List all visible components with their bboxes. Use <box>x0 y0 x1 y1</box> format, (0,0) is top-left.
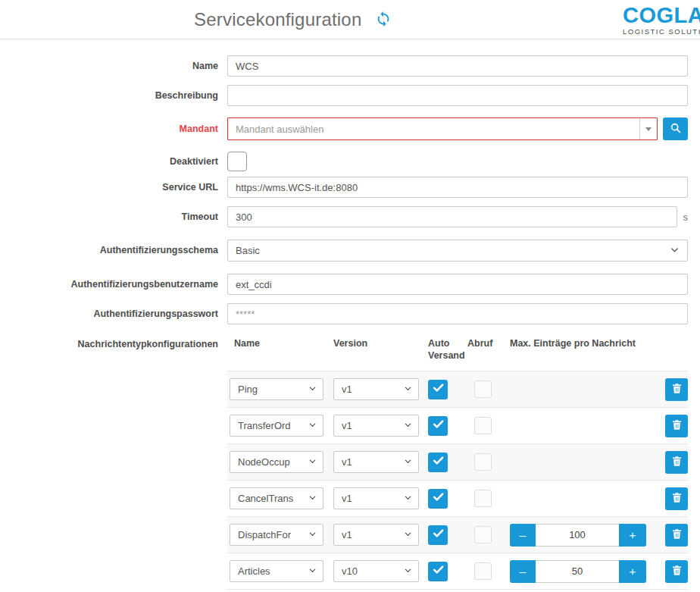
timeout-label: Timeout <box>0 211 218 223</box>
auto-versand-checkbox[interactable] <box>428 453 448 472</box>
beschreibung-label: Beschreibung <box>0 90 218 102</box>
auth-user-input[interactable] <box>227 274 688 295</box>
mandant-label: Mandant <box>0 124 218 135</box>
page-header: Servicekonfiguration COGLAS LOGISTIC SOL… <box>0 0 700 39</box>
message-type-row: DispatchFor v1 <box>227 516 688 553</box>
checkmark-icon <box>432 527 445 543</box>
message-types-label: Nachrichtentypkonfigurationen <box>0 337 218 350</box>
chevron-down-icon <box>308 529 317 540</box>
mandant-select[interactable]: Mandant auswählen <box>227 117 658 140</box>
message-types-row: Nachrichtentypkonfigurationen Name Versi… <box>0 337 700 590</box>
auto-versand-checkbox[interactable] <box>428 380 448 399</box>
chevron-down-icon <box>308 456 317 468</box>
decrement-button[interactable]: – <box>510 560 536 583</box>
chevron-down-icon <box>404 565 412 577</box>
page-title: Servicekonfiguration <box>194 9 361 30</box>
increment-button[interactable]: + <box>619 560 646 583</box>
chevron-down-icon <box>308 384 317 395</box>
column-header-auto-versand: Auto Versand <box>428 337 467 362</box>
chevron-down-icon <box>670 245 680 257</box>
auth-schema-label: Authentifizierungsschema <box>0 245 218 256</box>
auto-versand-checkbox[interactable] <box>428 416 448 436</box>
name-label: Name <box>0 61 218 72</box>
deaktiviert-row: Deaktiviert <box>0 152 700 171</box>
auto-versand-checkbox[interactable] <box>428 562 448 581</box>
message-type-row: TransferOrd v1 <box>227 407 688 443</box>
max-entries-stepper: – + <box>510 524 646 547</box>
abruf-checkbox[interactable] <box>474 381 492 398</box>
auth-pass-input[interactable] <box>227 303 688 324</box>
auto-versand-checkbox[interactable] <box>428 489 448 509</box>
abruf-checkbox[interactable] <box>474 453 492 471</box>
message-type-row: NodeOccup v1 <box>227 443 688 480</box>
deaktiviert-checkbox[interactable] <box>227 152 247 171</box>
column-header-version: Version <box>333 337 428 349</box>
column-header-max-entries: Max. Einträge pro Nachricht <box>510 337 661 349</box>
auth-schema-select[interactable]: Basic <box>227 240 688 262</box>
message-name-select[interactable]: CancelTrans <box>230 487 323 509</box>
message-name-select[interactable]: TransferOrd <box>230 415 323 437</box>
message-name-select[interactable]: Ping <box>230 378 323 400</box>
chevron-down-icon <box>404 493 412 504</box>
message-type-row: Ping v1 <box>227 371 688 407</box>
message-version-select[interactable]: v1 <box>333 487 419 509</box>
mandant-row: Mandant Mandant auswählen <box>0 117 700 140</box>
chevron-down-icon <box>308 420 317 431</box>
delete-row-button[interactable] <box>665 378 688 401</box>
decrement-button[interactable]: – <box>510 524 536 547</box>
service-url-label: Service URL <box>0 182 218 193</box>
service-url-input[interactable] <box>227 177 688 198</box>
max-entries-input[interactable] <box>536 524 619 547</box>
auth-user-label: Authentifizierungsbenutzername <box>0 279 218 290</box>
logo-brand-text: COGLAS <box>623 4 700 27</box>
message-name-select[interactable]: Articles <box>230 560 323 582</box>
delete-row-button[interactable] <box>665 524 688 547</box>
trash-icon <box>671 565 683 578</box>
auto-versand-checkbox[interactable] <box>428 525 448 545</box>
delete-row-button[interactable] <box>665 560 688 583</box>
mandant-dropdown-toggle[interactable] <box>639 118 657 139</box>
trash-icon <box>671 419 683 433</box>
chevron-down-icon <box>308 493 317 504</box>
mandant-search-button[interactable] <box>663 117 688 140</box>
delete-row-button[interactable] <box>665 415 688 437</box>
message-version-select[interactable]: v1 <box>333 524 419 546</box>
auth-pass-row: Authentifizierungspasswort <box>0 303 700 324</box>
message-version-select[interactable]: v10 <box>333 560 419 582</box>
message-type-row: Articles v10 <box>227 553 688 589</box>
chevron-down-icon <box>404 456 412 468</box>
chevron-down-icon <box>404 529 412 540</box>
message-types-header: Name Version Auto Versand Abruf Max. Ein… <box>227 337 688 371</box>
abruf-checkbox[interactable] <box>474 490 492 507</box>
abruf-checkbox[interactable] <box>474 526 492 543</box>
name-input[interactable] <box>227 55 688 77</box>
timeout-unit: s <box>683 211 689 223</box>
message-version-select[interactable]: v1 <box>333 415 419 437</box>
checkmark-icon <box>432 563 445 579</box>
auth-schema-value: Basic <box>236 245 260 256</box>
checkmark-icon <box>432 418 445 434</box>
column-header-abruf: Abruf <box>467 337 510 349</box>
logo-tagline-text: LOGISTIC SOLUTIONS <box>623 27 700 36</box>
column-header-name: Name <box>227 337 333 349</box>
auth-user-row: Authentifizierungsbenutzername <box>0 274 700 295</box>
max-entries-input[interactable] <box>536 560 619 583</box>
deaktiviert-label: Deaktiviert <box>0 156 218 168</box>
refresh-button[interactable] <box>375 11 392 30</box>
message-version-select[interactable]: v1 <box>333 451 419 473</box>
delete-row-button[interactable] <box>665 451 688 474</box>
message-name-select[interactable]: DispatchFor <box>230 524 323 546</box>
mandant-placeholder: Mandant auswählen <box>228 118 639 139</box>
beschreibung-input[interactable] <box>227 85 688 106</box>
auth-pass-label: Authentifizierungspasswort <box>0 309 218 320</box>
trash-icon <box>671 528 683 542</box>
increment-button[interactable]: + <box>619 524 646 547</box>
timeout-row: Timeout s <box>0 206 700 227</box>
delete-row-button[interactable] <box>665 487 688 510</box>
abruf-checkbox[interactable] <box>474 562 492 580</box>
abruf-checkbox[interactable] <box>474 417 492 434</box>
timeout-input[interactable] <box>227 206 677 227</box>
caret-down-icon <box>645 127 652 131</box>
message-name-select[interactable]: NodeOccup <box>230 451 323 473</box>
message-version-select[interactable]: v1 <box>333 378 419 400</box>
